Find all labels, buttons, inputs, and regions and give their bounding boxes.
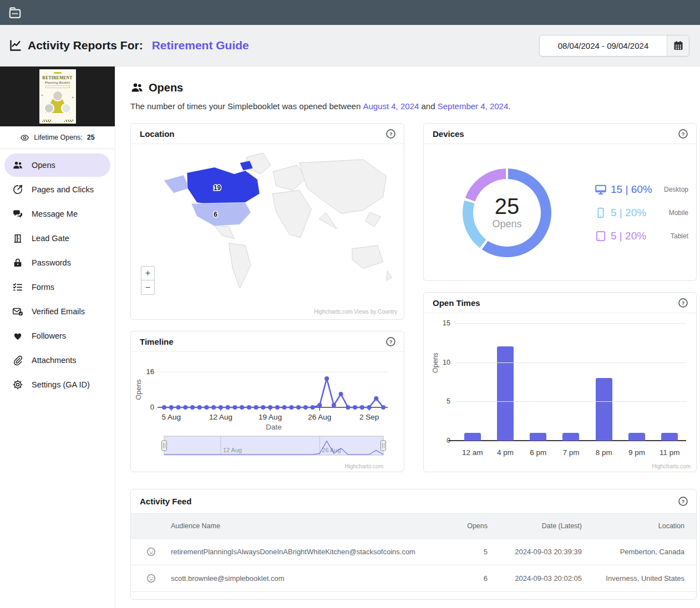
navigator-label: 12 Aug [223, 447, 242, 453]
monitor-icon [595, 183, 607, 196]
map-label-united-states: 6 [214, 211, 217, 218]
open-times-card: Open Times ? Opens 051015 12 am4 pm6 pm7… [423, 292, 697, 472]
activity-chart-icon [9, 39, 22, 52]
cover-tagline [45, 85, 70, 88]
sidebar-item-label: Attachments [32, 356, 77, 365]
open-times-credit: Highcharts.com [652, 463, 691, 469]
sidebar-item-label: Opens [32, 161, 55, 170]
map-credit: Highcharts.com Views by Country [314, 309, 397, 315]
help-icon[interactable]: ? [385, 336, 396, 347]
open-times-card-title: Open Times [433, 298, 480, 308]
column-header-location: Location [582, 522, 696, 530]
help-icon[interactable]: ? [678, 129, 688, 139]
feed-audience-name: retirementPlanningIsAlwaysDoneInABrightW… [171, 548, 418, 556]
booklet-cover[interactable]: RETIREMENT Planning Booklet ✦ ✦ [39, 69, 76, 124]
sidebar-item-message-me[interactable]: Message Me [4, 202, 110, 226]
page-title: Activity Reports For: [28, 39, 143, 52]
activity-feed-header-row: Audience Name Opens Date (Latest) Locati… [131, 513, 696, 539]
phone-icon [595, 207, 607, 219]
eye-icon [20, 133, 29, 142]
timeline-point [317, 403, 322, 407]
timeline-navigator[interactable] [164, 436, 383, 455]
y-tick-label: 10 [430, 359, 450, 366]
wallet-icon[interactable] [8, 6, 22, 20]
timeline-point [367, 405, 372, 410]
description-text: The number of times your Simplebooklet w… [130, 101, 363, 111]
devices-card-title: Devices [433, 129, 464, 139]
map-zoom-out-button[interactable]: − [141, 280, 155, 295]
activity-feed-title: Activity Feed [140, 497, 191, 506]
cover-logo [54, 72, 62, 74]
description-text: . [508, 101, 510, 111]
feed-row: scott.brownlee@simplebooklet.com62024-09… [131, 565, 696, 592]
svg-text:?: ? [389, 131, 393, 136]
feed-location: Pemberton, Canada [582, 548, 696, 556]
devices-card: Devices ? 25 Opens 15 | 60%Desktop5 | 20… [423, 123, 697, 281]
map-label-canada: 19 [214, 184, 221, 192]
sidebar-item-lead-gate[interactable]: Lead Gate [4, 227, 110, 250]
timeline-point [232, 405, 237, 410]
sidebar-nav: OpensPages and ClicksMessage MeLead Gate… [0, 149, 115, 396]
timeline-point [261, 405, 265, 410]
feed-opens: 6 [418, 574, 488, 583]
smiley-icon [146, 573, 156, 584]
date-range-value[interactable]: 08/04/2024 - 09/04/2024 [540, 35, 667, 56]
help-icon[interactable]: ? [678, 496, 688, 507]
timeline-card: Timeline ? 160Opens5 Aug12 Aug19 Aug26 A… [130, 331, 404, 472]
opens-people-icon [130, 81, 144, 94]
timeline-point [211, 405, 216, 410]
lifetime-opens-value: 25 [87, 134, 95, 141]
timeline-point [374, 396, 378, 401]
sidebar-item-passwords[interactable]: Passwords [4, 251, 110, 274]
legend-row-tablet: 5 | 20%Tablet [595, 230, 696, 242]
sidebar-item-label: Settings (GA ID) [32, 380, 90, 389]
smiley-icon [146, 546, 156, 557]
cover-title: RETIREMENT [39, 75, 76, 80]
help-icon[interactable]: ? [385, 129, 396, 139]
map-zoom-in-button[interactable]: + [141, 266, 155, 280]
location-card-title: Location [140, 129, 175, 139]
y-tick-label: 5 [430, 397, 450, 405]
sidebar-item-attachments[interactable]: Attachments [4, 349, 110, 372]
booklet-name-link[interactable]: Retirement Guide [152, 39, 249, 52]
timeline-point [247, 405, 251, 410]
timeline-point [381, 405, 385, 410]
sidebar-item-forms[interactable]: Forms [4, 275, 110, 299]
bar-11-pm [661, 433, 678, 441]
timeline-x-tick: 19 Aug [258, 413, 282, 421]
bar-12-am [464, 433, 481, 441]
timeline-point [332, 403, 336, 407]
sidebar-item-verified-emails[interactable]: Verified Emails [4, 300, 110, 323]
sidebar-item-label: Followers [32, 331, 66, 340]
main-content: Opens The number of times your Simpleboo… [115, 67, 700, 608]
date-range-picker[interactable]: 08/04/2024 - 09/04/2024 [539, 35, 689, 57]
timeline-point [240, 405, 244, 410]
calendar-button[interactable] [667, 35, 689, 56]
sidebar-item-label: Message Me [32, 210, 78, 218]
feed-location: Inverness, United States [582, 574, 696, 583]
timeline-point [226, 405, 230, 410]
column-header-date: Date (Latest) [488, 522, 582, 530]
navigator-handle-right[interactable] [381, 441, 386, 451]
lifetime-opens: Lifetime Opens: 25 [0, 126, 115, 149]
sidebar-item-settings-ga-id[interactable]: Settings (GA ID) [4, 373, 110, 396]
timeline-point [219, 405, 223, 410]
navigator-handle-left[interactable] [162, 441, 167, 451]
legend-row-desktop: 15 | 60%Desktop [595, 183, 696, 196]
sidebar-item-label: Verified Emails [32, 307, 85, 316]
timeline-point [254, 405, 258, 410]
x-tick-label: 11 pm [653, 448, 686, 457]
sidebar-item-followers[interactable]: Followers [4, 324, 110, 348]
sidebar-item-opens[interactable]: Opens [4, 154, 110, 177]
timeline-x-tick: 26 Aug [308, 413, 331, 421]
timeline-point [296, 405, 301, 410]
people-icon [12, 160, 23, 171]
timeline-series-line [164, 379, 383, 407]
timeline-point [339, 392, 343, 396]
help-icon[interactable]: ? [678, 298, 688, 308]
cover-collage: ✦ ✦ [39, 89, 76, 117]
column-header-opens: Opens [418, 522, 488, 530]
timeline-point [197, 405, 202, 410]
sidebar: RETIREMENT Planning Booklet ✦ ✦ Lifetime… [0, 67, 115, 608]
sidebar-item-pages-and-clicks[interactable]: Pages and Clicks [4, 178, 110, 201]
